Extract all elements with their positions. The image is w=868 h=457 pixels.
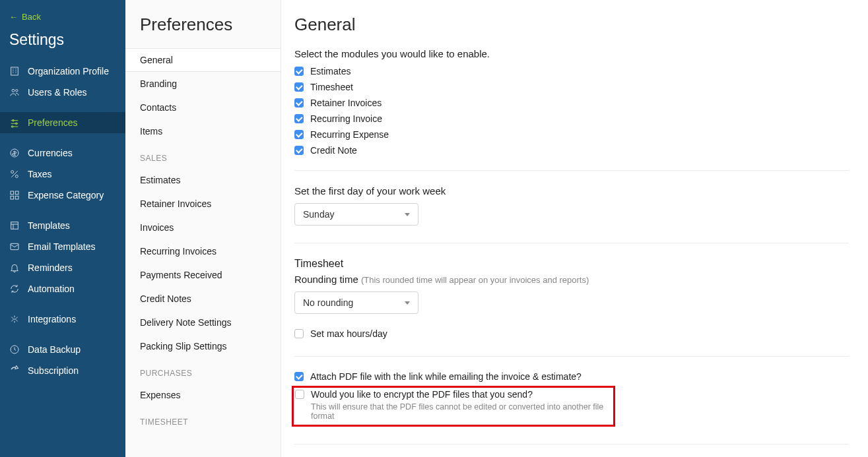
timesheet-heading: Timesheet — [294, 258, 849, 270]
sidebar-item-label: Preferences — [28, 117, 77, 128]
backup-icon — [9, 344, 20, 355]
pref-item-retainer-invoices[interactable]: Retainer Invoices — [125, 192, 281, 216]
rounding-select[interactable]: No rounding — [294, 291, 418, 314]
pref-item-credit-notes[interactable]: Credit Notes — [125, 287, 281, 311]
sidebar-item-preferences[interactable]: Preferences — [0, 112, 125, 133]
max-hours-label: Set max hours/day — [310, 328, 387, 339]
modules-label: Select the modules you would like to ena… — [294, 48, 849, 59]
encrypt-pdf-row: Would you like to encrypt the PDF files … — [295, 389, 608, 400]
svg-point-7 — [12, 89, 15, 92]
pref-item-branding[interactable]: Branding — [125, 72, 281, 96]
checkbox-recurring-invoice[interactable] — [294, 114, 304, 123]
pref-item-invoices[interactable]: Invoices — [125, 216, 281, 239]
sidebar-item-integrations[interactable]: Integrations — [0, 309, 125, 330]
pref-item-general[interactable]: General — [125, 48, 281, 72]
module-recurring-expense: Recurring Expense — [294, 129, 849, 140]
divider — [294, 444, 849, 444]
sidebar-item-email-templates[interactable]: Email Templates — [0, 236, 125, 257]
svg-rect-21 — [11, 196, 14, 199]
checkbox-attach-pdf[interactable] — [294, 372, 304, 381]
checkbox-retainer-invoices[interactable] — [294, 98, 304, 107]
settings-sidebar: ← Back Settings Organization Profile Use… — [0, 0, 125, 457]
pref-item-delivery-note-settings[interactable]: Delivery Note Settings — [125, 311, 281, 334]
sliders-icon — [9, 117, 20, 128]
sidebar-item-label: Integrations — [28, 314, 76, 324]
page-title: General — [294, 0, 868, 48]
svg-rect-23 — [11, 222, 18, 229]
sidebar-item-label: Users & Roles — [28, 87, 86, 98]
chevron-down-icon — [405, 213, 410, 216]
sidebar-item-organization-profile[interactable]: Organization Profile — [0, 61, 125, 82]
sidebar-item-automation[interactable]: Automation — [0, 278, 125, 299]
checkbox-max-hours[interactable] — [294, 329, 304, 338]
users-icon — [9, 87, 20, 98]
sidebar-item-users-roles[interactable]: Users & Roles — [0, 82, 125, 103]
pref-item-contacts[interactable]: Contacts — [125, 96, 281, 119]
sidebar-item-subscription[interactable]: Subscription — [0, 360, 125, 381]
pref-item-recurring-invoices[interactable]: Recurring Invoices — [125, 239, 281, 263]
sidebar-item-label: Data Backup — [28, 344, 81, 355]
sidebar-item-label: Email Templates — [28, 241, 95, 252]
attach-pdf-row: Attach PDF file with the link while emai… — [294, 371, 849, 382]
sidebar-item-label: Reminders — [28, 262, 73, 273]
pref-item-expenses[interactable]: Expenses — [125, 383, 281, 407]
checkbox-encrypt-pdf[interactable] — [295, 390, 304, 399]
template-icon — [9, 220, 20, 231]
divider — [294, 170, 849, 171]
preferences-title: Preferences — [125, 0, 281, 48]
sidebar-item-label: Taxes — [28, 169, 52, 179]
preferences-panel: Preferences General Branding Contacts It… — [125, 0, 281, 457]
encrypt-label: Would you like to encrypt the PDF files … — [311, 389, 533, 400]
modules-list: Estimates Timesheet Retainer Invoices Re… — [294, 66, 849, 156]
module-label: Credit Note — [310, 145, 357, 156]
pref-item-payments-received[interactable]: Payments Received — [125, 263, 281, 287]
integrations-icon — [9, 314, 20, 324]
module-estimates: Estimates — [294, 66, 849, 76]
sidebar-item-data-backup[interactable]: Data Backup — [0, 339, 125, 360]
pref-section-purchases: PURCHASES — [125, 358, 281, 383]
divider — [294, 356, 849, 357]
sidebar-item-currencies[interactable]: Currencies — [0, 142, 125, 164]
category-icon — [9, 190, 20, 200]
pref-item-estimates[interactable]: Estimates — [125, 168, 281, 192]
encrypt-highlight: Would you like to encrypt the PDF files … — [292, 386, 615, 427]
module-label: Timesheet — [310, 82, 353, 92]
sidebar-item-label: Expense Category — [28, 190, 104, 200]
checkbox-timesheet[interactable] — [294, 82, 304, 92]
divider — [294, 243, 849, 243]
timesheet-block: Timesheet Rounding time (This rounded ti… — [294, 258, 849, 339]
checkbox-estimates[interactable] — [294, 67, 304, 76]
back-link[interactable]: ← Back — [0, 7, 125, 27]
arrow-left-icon: ← — [9, 12, 18, 22]
workweek-value: Sunday — [303, 209, 334, 220]
chevron-down-icon — [405, 301, 410, 305]
currency-icon — [9, 148, 20, 158]
svg-rect-20 — [15, 191, 18, 195]
pref-item-items[interactable]: Items — [125, 119, 281, 143]
sidebar-item-label: Organization Profile — [28, 66, 109, 76]
rounding-hint: (This rounded time will appear on your i… — [361, 275, 589, 285]
back-label: Back — [22, 12, 41, 22]
sidebar-item-label: Templates — [28, 220, 70, 231]
settings-title: Settings — [0, 27, 125, 61]
svg-rect-0 — [11, 67, 18, 75]
svg-point-17 — [15, 175, 18, 177]
checkbox-credit-note[interactable] — [294, 146, 304, 155]
sidebar-item-taxes[interactable]: Taxes — [0, 164, 125, 185]
module-label: Estimates — [310, 66, 351, 76]
sidebar-item-label: Subscription — [28, 365, 79, 376]
workweek-select[interactable]: Sunday — [294, 203, 418, 226]
rounding-value: No rounding — [303, 297, 353, 308]
mail-icon — [9, 241, 20, 252]
module-label: Retainer Invoices — [310, 98, 382, 108]
svg-rect-22 — [15, 196, 18, 199]
sidebar-item-expense-category[interactable]: Expense Category — [0, 185, 125, 206]
main-content: General Select the modules you would lik… — [281, 0, 868, 457]
pref-item-packing-slip-settings[interactable]: Packing Slip Settings — [125, 334, 281, 358]
module-retainer-invoices: Retainer Invoices — [294, 98, 849, 108]
module-recurring-invoice: Recurring Invoice — [294, 113, 849, 124]
checkbox-recurring-expense[interactable] — [294, 130, 304, 139]
bell-icon — [9, 262, 20, 273]
sidebar-item-templates[interactable]: Templates — [0, 215, 125, 236]
sidebar-item-reminders[interactable]: Reminders — [0, 257, 125, 278]
